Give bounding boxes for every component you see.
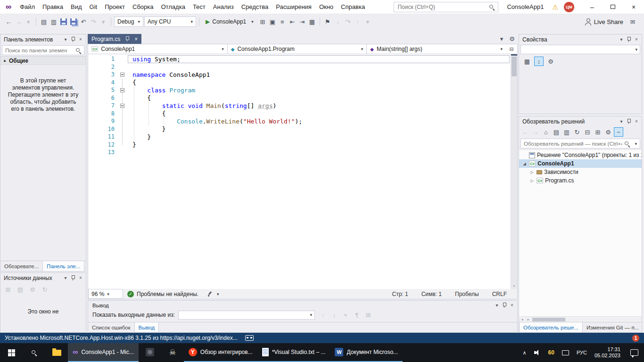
nav-forward-icon[interactable]: →: [14, 17, 23, 26]
code-line[interactable]: 7 static void Main(string[] args): [88, 102, 511, 110]
document-tab-programcs[interactable]: Program.cs ×: [88, 34, 141, 44]
horizontal-scrollbar[interactable]: ◂ ▸: [519, 316, 642, 322]
taskbar-search-button[interactable]: [23, 343, 45, 362]
type-dropdown[interactable]: ◆ ConsoleApp1.Program ▾: [228, 44, 367, 54]
bookmark-icon[interactable]: ⚑: [323, 17, 332, 26]
editor-options-icon[interactable]: ⚙: [507, 34, 517, 44]
code-line[interactable]: 11 }: [88, 133, 511, 141]
code-line[interactable]: 5 class Program: [88, 86, 511, 94]
char-indicator[interactable]: Симв: 1: [421, 291, 442, 297]
tree-item-program-cs[interactable]: ▷C#Program.cs: [519, 176, 642, 185]
code-line[interactable]: 2: [88, 63, 511, 71]
save-all-icon[interactable]: [69, 17, 78, 26]
menu-Анализ[interactable]: Анализ: [209, 1, 238, 13]
project-dropdown[interactable]: C# ConsoleApp1 ▾: [88, 44, 228, 54]
goto-prev-message-icon[interactable]: ↑: [318, 310, 328, 320]
goto-next-message-icon[interactable]: ↓: [330, 310, 339, 320]
pin-icon[interactable]: [625, 118, 633, 125]
chevron-down-icon[interactable]: ▾: [62, 274, 69, 282]
profiler-icon[interactable]: ▣: [268, 17, 277, 26]
feedback-icon[interactable]: ✉: [628, 17, 637, 26]
collapse-all-icon[interactable]: ⊟: [583, 127, 592, 137]
chevron-down-icon[interactable]: ▾: [618, 118, 625, 125]
live-share-button[interactable]: Live Share: [584, 18, 623, 25]
zoom-dropdown[interactable]: 96 % ▾: [88, 289, 123, 299]
save-icon[interactable]: [59, 17, 68, 26]
tree-item--consoleapp1-1-1-[interactable]: Решение "ConsoleApp1" (проекты: 1 из 1): [519, 151, 642, 159]
pin-icon[interactable]: [124, 35, 131, 43]
close-icon[interactable]: ×: [77, 274, 84, 282]
tray-overflow-chevron[interactable]: ∧: [519, 343, 530, 362]
minimize-button[interactable]: –: [582, 0, 603, 14]
expander-icon[interactable]: ▷: [529, 170, 535, 174]
step-out-icon[interactable]: ↑: [353, 17, 363, 26]
maximize-button[interactable]: [603, 0, 623, 14]
menu-Сборка[interactable]: Сборка: [129, 1, 157, 13]
close-icon[interactable]: ×: [633, 118, 640, 125]
battery-percent[interactable]: 60: [545, 343, 558, 362]
menu-Справка[interactable]: Справка: [337, 1, 369, 13]
pin-icon[interactable]: [501, 302, 508, 309]
attach-process-icon[interactable]: ⊞: [258, 17, 267, 26]
comment-icon[interactable]: ▦: [307, 17, 317, 26]
switch-views-icon[interactable]: ▤: [552, 127, 561, 137]
tree-item-consoleapp1[interactable]: ◢C#ConsoleApp1: [519, 159, 642, 168]
code-editor[interactable]: 1using System;23namespace ConsoleApp14{5…: [88, 54, 518, 289]
code-line[interactable]: 8 {: [88, 110, 511, 118]
categorized-icon[interactable]: ▦: [522, 57, 532, 66]
scroll-down-icon[interactable]: ▾: [511, 284, 517, 288]
line-indicator[interactable]: Стр: 1: [392, 291, 408, 297]
close-icon[interactable]: ×: [77, 36, 84, 43]
close-icon[interactable]: ×: [508, 302, 516, 309]
menu-Правка[interactable]: Правка: [39, 1, 67, 13]
start-button[interactable]: [0, 343, 23, 362]
tool-tab[interactable]: Обозревате...: [0, 261, 42, 271]
code-line[interactable]: 1using System;: [88, 55, 511, 63]
nav-back-icon[interactable]: ←: [4, 17, 13, 26]
redo-dropdown-icon[interactable]: ▾: [99, 17, 108, 26]
forward-icon[interactable]: →: [531, 127, 540, 137]
volume-icon[interactable]: [530, 343, 545, 362]
list-members-icon[interactable]: ≡: [278, 17, 287, 26]
refresh-data-source-icon[interactable]: ↻: [40, 285, 50, 294]
display-icon[interactable]: [558, 343, 573, 362]
taskbar-task-yandex[interactable]: YОбзор интегриров...: [184, 343, 257, 362]
pin-icon[interactable]: [625, 36, 633, 43]
menu-Отладка[interactable]: Отладка: [157, 1, 189, 13]
split-window-icon[interactable]: ⊟: [506, 44, 517, 54]
chevron-down-icon[interactable]: ▾: [62, 36, 69, 43]
solution-search-input[interactable]: Обозреватель решений — поиск (Ctrl+» ▾: [520, 139, 640, 148]
menu-Тест[interactable]: Тест: [189, 1, 209, 13]
clear-output-icon[interactable]: ×: [341, 310, 350, 320]
new-project-icon[interactable]: ▤: [39, 17, 49, 26]
scrollbar-thumb[interactable]: [512, 57, 517, 76]
code-line[interactable]: 10 }: [88, 125, 511, 133]
menu-Вид[interactable]: Вид: [67, 1, 86, 13]
warning-icon[interactable]: ⚠: [552, 3, 558, 11]
output-pin-icon[interactable]: ⊞: [363, 310, 373, 320]
platform-dropdown[interactable]: Any CPU ▾: [144, 16, 196, 27]
quick-launch-search[interactable]: Поиск (Ctrl+Q): [394, 2, 498, 12]
menu-Расширения[interactable]: Расширения: [272, 1, 315, 13]
code-line[interactable]: 6 {: [88, 94, 511, 102]
document-list-dropdown-icon[interactable]: ▾: [497, 34, 506, 44]
properties-icon[interactable]: ⚙: [603, 127, 613, 137]
expander-icon[interactable]: ◢: [522, 162, 527, 166]
fold-toggle-icon[interactable]: [117, 88, 127, 92]
add-item-icon[interactable]: ▥: [49, 17, 58, 26]
output-source-dropdown[interactable]: ▾: [178, 311, 315, 320]
keyboard-icon[interactable]: [245, 335, 254, 341]
fold-toggle-icon[interactable]: [117, 104, 127, 108]
pin-icon[interactable]: [69, 36, 77, 43]
code-line[interactable]: 12}: [88, 141, 511, 149]
chevron-down-icon[interactable]: ▾: [618, 36, 625, 43]
home-icon[interactable]: ⌂: [541, 127, 551, 137]
word-wrap-icon[interactable]: ¶: [352, 310, 362, 320]
ink-editing-button[interactable]: ▾: [207, 291, 219, 296]
code-health-indicator[interactable]: ✓ Проблемы не найдены.: [127, 291, 198, 297]
undo-icon[interactable]: ↶: [79, 17, 88, 26]
code-line[interactable]: 4{: [88, 79, 511, 87]
menu-Окно[interactable]: Окно: [315, 1, 337, 13]
toolbox-search-input[interactable]: Поиск по панели элемен: [2, 45, 84, 55]
taskbar-task-skull[interactable]: ☠: [161, 343, 184, 362]
